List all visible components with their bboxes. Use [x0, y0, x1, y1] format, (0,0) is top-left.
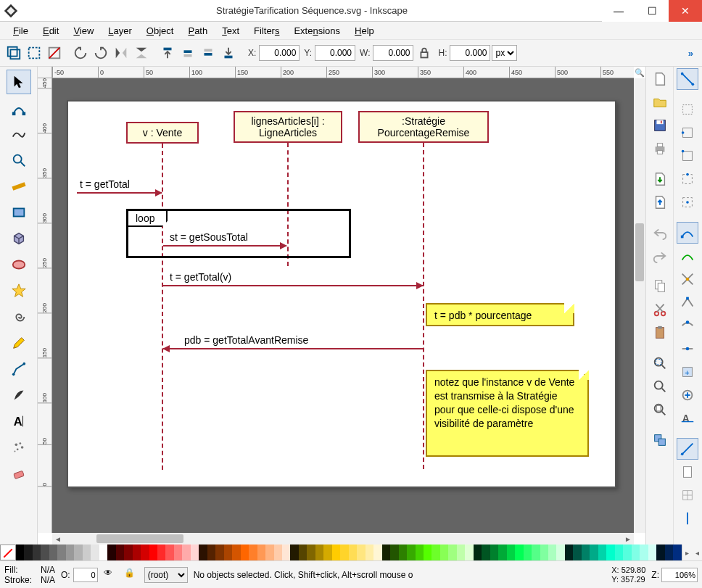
lower-bottom-icon[interactable]	[219, 44, 238, 62]
color-swatch[interactable]	[290, 544, 298, 560]
color-swatch[interactable]	[257, 544, 265, 560]
flip-h-icon[interactable]	[112, 44, 131, 62]
snap-bbox-icon[interactable]	[677, 99, 698, 120]
cut-icon[interactable]	[649, 299, 671, 320]
color-swatch[interactable]	[199, 544, 207, 560]
scrollbar-vertical[interactable]	[634, 78, 645, 533]
color-swatch[interactable]	[191, 544, 199, 560]
color-swatch[interactable]	[515, 544, 523, 560]
eraser-tool-icon[interactable]	[7, 461, 31, 486]
color-swatch[interactable]	[249, 544, 257, 560]
snap-path-icon[interactable]	[677, 245, 698, 267]
color-swatch[interactable]	[540, 544, 548, 560]
palette-menu-icon[interactable]: ◂	[692, 544, 702, 560]
menu-text[interactable]: Text	[216, 24, 245, 38]
color-swatch[interactable]	[57, 544, 65, 560]
snap-nodes-icon[interactable]	[677, 222, 698, 244]
lower-icon[interactable]	[199, 44, 218, 62]
opacity-input[interactable]	[73, 568, 98, 582]
color-swatch[interactable]	[315, 544, 323, 560]
menu-extensions[interactable]: Extensions	[288, 24, 346, 38]
document-page[interactable]: v : Vente lignesArticles[i] : LigneArtic…	[67, 100, 616, 488]
quick-zoom-icon[interactable]: 🔍	[634, 67, 645, 78]
color-swatch[interactable]	[241, 544, 249, 560]
color-swatch[interactable]	[648, 544, 656, 560]
menu-filters[interactable]: Filters	[248, 24, 285, 38]
color-swatch[interactable]	[165, 544, 173, 560]
color-swatch[interactable]	[174, 544, 182, 560]
note-explanation[interactable]: notez que l'instance v de Vente est tran…	[426, 370, 589, 457]
color-swatch[interactable]	[424, 544, 431, 560]
color-swatch[interactable]	[606, 544, 614, 560]
color-swatch[interactable]	[274, 544, 282, 560]
snap-bbox-corner-icon[interactable]	[677, 145, 698, 167]
color-swatch[interactable]	[632, 544, 640, 560]
snap-text-baseline-icon[interactable]: A	[677, 407, 698, 429]
color-swatch[interactable]	[332, 544, 340, 560]
color-swatch[interactable]	[41, 544, 49, 560]
snap-grid-icon[interactable]	[677, 484, 698, 506]
color-swatch[interactable]	[182, 544, 190, 560]
spiral-tool-icon[interactable]	[7, 305, 31, 329]
snap-bbox-midpoint-icon[interactable]	[677, 168, 698, 190]
lifeline-strategie[interactable]: :Stratégie PourcentageRemise	[358, 111, 489, 143]
color-swatch[interactable]	[498, 544, 506, 560]
color-swatch[interactable]	[232, 544, 240, 560]
maximize-button[interactable]: ☐	[635, 0, 669, 22]
color-swatch[interactable]	[340, 544, 348, 560]
menu-object[interactable]: Object	[141, 24, 180, 38]
x-input[interactable]	[259, 45, 300, 61]
rect-tool-icon[interactable]	[7, 200, 31, 225]
color-swatch[interactable]	[431, 544, 439, 560]
minimize-button[interactable]: —	[602, 0, 635, 22]
duplicate-icon[interactable]	[649, 429, 671, 451]
pencil-tool-icon[interactable]	[7, 331, 31, 355]
no-color-swatch[interactable]	[0, 544, 16, 560]
toolbar-overflow-icon[interactable]: »	[684, 48, 698, 59]
box3d-tool-icon[interactable]	[7, 226, 31, 251]
color-swatch[interactable]	[448, 544, 456, 560]
scroll-right-icon[interactable]: ►	[622, 533, 634, 544]
y-input[interactable]	[315, 45, 355, 61]
bezier-tool-icon[interactable]	[7, 357, 31, 381]
snap-enable-icon[interactable]	[677, 68, 698, 90]
snap-bbox-edge-icon[interactable]	[677, 122, 698, 144]
menu-view[interactable]: View	[67, 24, 99, 38]
zoom-selection-icon[interactable]	[649, 352, 671, 374]
color-swatch[interactable]	[440, 544, 448, 560]
arrow-gettotal[interactable]	[77, 192, 162, 194]
tweak-tool-icon[interactable]	[7, 122, 31, 146]
menu-path[interactable]: Path	[182, 24, 213, 38]
snap-node-cusp-icon[interactable]	[677, 291, 698, 313]
measure-tool-icon[interactable]	[7, 174, 31, 199]
color-swatch[interactable]	[33, 544, 41, 560]
new-doc-icon[interactable]	[649, 68, 671, 90]
note-formula[interactable]: t = pdb * pourcentage	[426, 303, 574, 326]
color-swatch[interactable]	[207, 544, 215, 560]
scroll-left-icon[interactable]: ◄	[52, 533, 64, 544]
close-button[interactable]: ✕	[669, 0, 702, 22]
print-icon[interactable]	[649, 138, 671, 160]
color-swatch[interactable]	[366, 544, 373, 560]
layer-lock-icon[interactable]: 🔒	[124, 568, 139, 582]
lifeline-vente[interactable]: v : Vente	[126, 122, 199, 144]
color-swatch[interactable]	[665, 544, 673, 560]
paste-icon[interactable]	[649, 322, 671, 344]
color-swatch[interactable]	[141, 544, 149, 560]
zoom-tool-icon[interactable]	[7, 148, 31, 173]
color-swatch[interactable]	[116, 544, 124, 560]
ruler-vertical[interactable]: 450400350300250200150100500	[38, 78, 52, 533]
export-icon[interactable]	[649, 191, 671, 213]
snap-page-icon[interactable]	[677, 461, 698, 483]
color-swatch[interactable]	[532, 544, 540, 560]
color-swatch[interactable]	[457, 544, 465, 560]
color-swatch[interactable]	[124, 544, 132, 560]
color-swatch[interactable]	[74, 544, 82, 560]
unit-select[interactable]: px	[492, 45, 517, 61]
color-swatch[interactable]	[465, 544, 473, 560]
color-swatch[interactable]	[399, 544, 407, 560]
snap-node-smooth-icon[interactable]	[677, 315, 698, 336]
select-all-icon[interactable]	[25, 44, 44, 62]
lifeline-lignearticles[interactable]: lignesArticles[i] : LigneArticles	[234, 111, 342, 143]
color-swatch[interactable]	[16, 544, 24, 560]
